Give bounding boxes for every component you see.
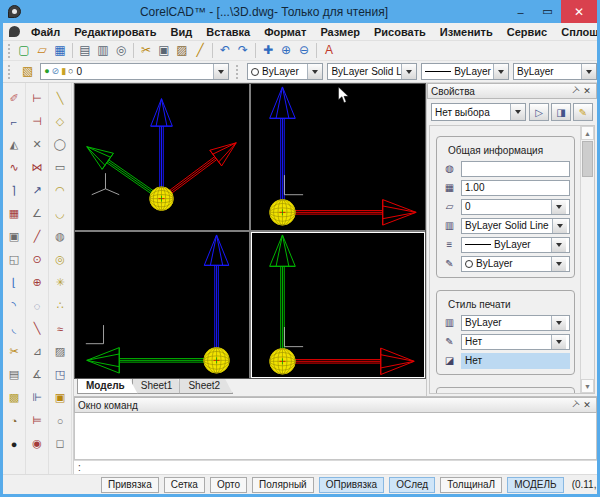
tool-icon-0-10[interactable]: ◟ [3,317,25,340]
tool-icon-1-0[interactable]: ⊢ [26,87,48,110]
pan-button[interactable]: ✚ [259,42,277,59]
tool-icon-1-5[interactable]: ∠ [26,202,48,225]
zoom-out-button[interactable]: ⊖ [295,42,313,59]
redo-button[interactable]: ↷ [234,42,252,59]
dropdown-arrow[interactable] [551,200,566,214]
dropdown-arrow[interactable] [552,219,567,233]
tool-icon-0-0[interactable]: ✐ [3,87,25,110]
status-toggle-model[interactable]: МОДЕЛЬ [507,477,563,493]
status-toggle-lineweight[interactable]: ТолщинаЛ [440,477,502,493]
maximize-button[interactable]: ▭ [534,0,561,23]
viewport-bottom-left[interactable] [75,232,249,378]
viewport-top-left[interactable] [75,84,249,230]
menu-item-5[interactable]: Размер [313,26,367,38]
tool-icon-0-11[interactable]: ✂ [3,340,25,363]
linestyle-field[interactable]: ByLayerSolid Line [461,218,570,234]
hyperlink-field[interactable] [461,161,570,177]
tool-icon-2-5[interactable]: ◡ [49,202,71,225]
batch-print-button[interactable]: ▥ [94,42,112,59]
menu-item-0[interactable]: Файл [24,26,67,38]
dropdown-arrow[interactable] [493,64,508,79]
toolbar-grip-3[interactable] [236,65,240,79]
tool-icon-2-14[interactable]: ○ [49,409,71,432]
new-file-button[interactable]: ▢ [15,42,33,59]
tool-icon-0-6[interactable]: ▣ [3,225,25,248]
tool-icon-1-4[interactable]: ↗ [26,179,48,202]
scroll-up-icon[interactable]: ▲ [581,126,594,140]
tool-icon-1-8[interactable]: ⊕ [26,271,48,294]
save-button[interactable]: ▦ [51,42,69,59]
print-button[interactable]: ▤ [76,42,94,59]
tool-icon-2-1[interactable]: ◇ [49,110,71,133]
tool-icon-0-13[interactable]: ▩ [3,386,25,409]
status-toggle-polar[interactable]: Полярный [252,477,314,493]
tab-sheet1[interactable]: Sheet1 [132,379,186,394]
tool-icon-2-8[interactable]: ✳ [49,271,71,294]
undo-button[interactable]: ↶ [216,42,234,59]
tool-icon-2-10[interactable]: ≈ [49,317,71,340]
tool-icon-0-7[interactable]: ◱ [3,248,25,271]
tool-icon-0-15[interactable]: ● [3,432,25,455]
dropdown-arrow[interactable] [510,104,525,120]
cut-button[interactable]: ✂ [137,42,155,59]
linecolor-field[interactable]: ByLayer [461,256,570,272]
tool-icon-2-9[interactable]: ∴ [49,294,71,317]
command-input[interactable]: : [74,460,597,474]
tool-icon-2-4[interactable]: ◠ [49,179,71,202]
dropdown-arrow[interactable] [401,64,416,79]
tool-icon-1-10[interactable]: ╲ [26,317,48,340]
tab-model[interactable]: Модель [77,379,138,394]
tool-icon-1-11[interactable]: ⊿ [26,340,48,363]
tool-icon-2-11[interactable]: ▨ [49,340,71,363]
tool-icon-0-1[interactable]: ⌐ [3,110,25,133]
viewport-top-right[interactable] [251,84,425,230]
tool-icon-1-3[interactable]: ⋈ [26,156,48,179]
menu-item-7[interactable]: Изменить [433,26,500,38]
minimize-button[interactable]: – [507,0,534,23]
menu-item-9[interactable]: Сплошные [554,26,600,38]
tool-icon-1-9[interactable]: ◌ [26,294,48,317]
scroll-down-icon[interactable]: ▼ [581,379,594,393]
toolbar-grip-2[interactable] [8,65,12,79]
dropdown-arrow[interactable] [551,238,566,252]
tool-icon-2-7[interactable]: ◎ [49,248,71,271]
print-style-field[interactable]: Нет [461,334,570,350]
viewport-bottom-right[interactable] [251,232,425,378]
draw-freehand-button[interactable]: ╱ [191,42,209,59]
print-preview-button[interactable]: ◎ [112,42,130,59]
layer-combo[interactable]: ●⊘▮○ 0 [40,63,229,80]
menu-item-4[interactable]: Формат [257,26,313,38]
command-history[interactable] [74,413,597,460]
linestyle-scale-field[interactable]: 1.00 [461,180,570,196]
dropdown-arrow[interactable] [551,316,566,330]
status-toggle-etrack[interactable]: ОСлед [389,477,435,493]
tool-icon-2-12[interactable]: ◳ [49,363,71,386]
tool-icon-0-4[interactable]: ⌉ [3,179,25,202]
layer-manager-button[interactable]: ▧ [19,63,36,80]
linestyle-combo[interactable]: ByLayer Solid Line [327,63,417,80]
dropdown-arrow[interactable] [551,335,566,349]
tool-icon-1-13[interactable]: ⊩ [26,386,48,409]
tool-icon-2-0[interactable]: ╲ [49,87,71,110]
tool-icon-1-15[interactable]: ◉ [26,432,48,455]
dropdown-arrow[interactable] [213,64,228,79]
dropdown-arrow[interactable] [307,64,322,79]
selection-combo[interactable]: Нет выбора [431,103,526,121]
menu-item-1[interactable]: Редактировать [67,26,163,38]
copy-button[interactable]: ▣ [155,42,173,59]
scroll-thumb[interactable] [582,141,593,177]
tool-icon-0-2[interactable]: ◭ [3,133,25,156]
tool-icon-2-13[interactable]: ▣ [49,386,71,409]
close-button[interactable]: ✕ [561,0,597,23]
properties-scrollbar[interactable]: ▲ ▼ [580,126,594,393]
tool-icon-0-5[interactable]: ▦ [3,202,25,225]
tool-icon-1-12[interactable]: ∡ [26,363,48,386]
tool-icon-1-7[interactable]: ⊙ [26,248,48,271]
tool-icon-2-2[interactable]: ◯ [49,133,71,156]
tool-icon-0-8[interactable]: ⌊ [3,271,25,294]
tool-icon-1-2[interactable]: ✕ [26,133,48,156]
select-entities-button[interactable]: ▷ [529,103,549,121]
select-window-button[interactable]: ◨ [551,103,571,121]
color-combo[interactable]: ByLayer [247,63,323,80]
zoom-in-button[interactable]: ⊕ [277,42,295,59]
